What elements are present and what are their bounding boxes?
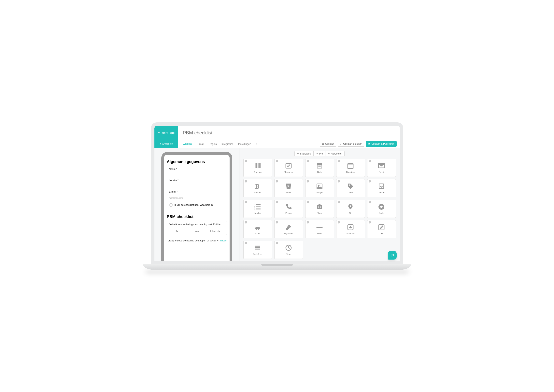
- info-icon[interactable]: i: [276, 201, 278, 203]
- tab-widgets[interactable]: Widgets: [183, 140, 192, 148]
- option-yes[interactable]: Ja: [167, 228, 187, 235]
- widget-number[interactable]: i123Number: [243, 200, 272, 218]
- tab-rules[interactable]: Regels: [209, 140, 217, 148]
- widget-label: Text: [379, 232, 384, 235]
- info-icon[interactable]: i: [276, 242, 278, 244]
- widget-time[interactable]: iTime: [274, 241, 303, 259]
- widget-subform[interactable]: iSubform: [336, 220, 365, 238]
- info-icon[interactable]: i: [307, 160, 309, 162]
- field-name[interactable]: Naam *: [167, 166, 227, 177]
- rdw-icon: [253, 224, 262, 231]
- save-publish-button[interactable]: Opslaan & Publiceren: [366, 141, 396, 147]
- info-icon[interactable]: i: [307, 201, 309, 203]
- info-icon[interactable]: i: [369, 180, 371, 182]
- svg-point-19: [380, 206, 383, 208]
- info-icon[interactable]: i: [307, 180, 309, 182]
- widget-header[interactable]: iBHeader: [243, 179, 272, 197]
- tab-settings[interactable]: Instellingen: [238, 140, 251, 148]
- info-icon[interactable]: i: [338, 180, 340, 182]
- signature-icon: [285, 224, 292, 231]
- widget-label: Pin: [349, 212, 352, 214]
- widget-email[interactable]: iEmail: [367, 159, 396, 177]
- chevron-left-icon[interactable]: ‹: [256, 140, 256, 148]
- widget-phone[interactable]: iPhone: [274, 200, 303, 218]
- info-icon[interactable]: i: [276, 180, 278, 182]
- widget-checkbox[interactable]: iCheckbox: [274, 159, 303, 177]
- info-icon[interactable]: i: [245, 221, 247, 224]
- widget-barcode[interactable]: iBarcode: [243, 159, 272, 177]
- save-close-label: Opslaan & Sluiten: [343, 142, 362, 145]
- widget-slider[interactable]: iSlider: [305, 220, 334, 238]
- info-icon[interactable]: i: [245, 160, 247, 162]
- widget-label[interactable]: iLabel: [336, 179, 365, 197]
- brand-logo[interactable]: more app: [154, 126, 178, 140]
- widget-textarea[interactable]: iText Area: [243, 241, 272, 259]
- widget-label: Checkbox: [284, 171, 293, 173]
- truth-checkbox-row[interactable]: Ik vul de checklist naar waarheid in: [167, 201, 227, 209]
- widget-image[interactable]: iImage: [305, 179, 334, 197]
- widget-label: Image: [317, 191, 323, 194]
- info-icon[interactable]: i: [338, 160, 340, 162]
- widget-text[interactable]: iText: [367, 220, 396, 238]
- widget-pin[interactable]: iPin: [336, 200, 365, 218]
- svg-rect-23: [255, 245, 260, 246]
- palette-tab-standard[interactable]: Standaard: [294, 151, 313, 156]
- widget-label: Text Area: [253, 253, 262, 255]
- info-icon[interactable]: i: [276, 160, 278, 162]
- widget-label: Time: [286, 253, 291, 255]
- option-na[interactable]: Ik ben hier …: [207, 228, 227, 235]
- info-icon[interactable]: i: [338, 221, 340, 224]
- palette-tab-favorites[interactable]: Favorieten: [325, 151, 345, 156]
- section-title-checklist: PBM checklist: [167, 214, 227, 219]
- svg-text:5: 5: [287, 185, 289, 188]
- chat-fab[interactable]: [388, 251, 397, 259]
- widget-label: Lookup: [378, 191, 385, 194]
- cancel-button[interactable]: Annuleren: [154, 140, 178, 148]
- info-icon[interactable]: i: [276, 221, 278, 224]
- chat-icon: [390, 253, 394, 257]
- widget-signature[interactable]: iSignature: [274, 220, 303, 238]
- save-close-button[interactable]: Opslaan & Sluiten: [338, 141, 364, 147]
- tab-email[interactable]: E-mail: [197, 140, 204, 148]
- palette-tab-pro[interactable]: Pro: [313, 151, 325, 156]
- info-icon[interactable]: i: [245, 201, 247, 203]
- info-icon[interactable]: i: [369, 221, 371, 224]
- info-icon[interactable]: i: [338, 201, 340, 203]
- brand-name: more app: [162, 131, 175, 134]
- info-icon[interactable]: i: [307, 221, 309, 224]
- svg-point-6: [318, 185, 319, 186]
- question-2: Draag je goed dempende oorkappen bij law…: [167, 237, 227, 242]
- svg-point-16: [319, 206, 320, 208]
- info-icon[interactable]: i: [369, 160, 371, 162]
- save-label: Opslaan: [325, 142, 334, 145]
- palette-tab-standard-label: Standaard: [300, 152, 311, 155]
- field-email[interactable]: E-mail * me@mail.com: [167, 189, 227, 201]
- option-no[interactable]: Nee: [187, 228, 207, 235]
- widget-lookup[interactable]: iLookup: [367, 179, 396, 197]
- svg-rect-12: [256, 204, 261, 205]
- widget-label: Photo: [317, 212, 322, 214]
- widget-datetime[interactable]: iDatetime: [336, 159, 365, 177]
- widget-label: Email: [379, 171, 384, 173]
- save-button[interactable]: Opslaan: [320, 141, 336, 147]
- info-icon[interactable]: i: [369, 201, 371, 203]
- widget-radio[interactable]: iRadio: [367, 200, 396, 218]
- info-icon[interactable]: i: [245, 180, 247, 182]
- textarea-icon: [254, 244, 261, 251]
- tab-integrations[interactable]: Integraties: [221, 140, 234, 148]
- clear-link[interactable]: Wisser: [220, 239, 227, 242]
- widget-date[interactable]: iDate: [305, 159, 334, 177]
- widget-rdw[interactable]: iRDW: [243, 220, 272, 238]
- info-icon[interactable]: i: [245, 242, 247, 244]
- question-1: Gebruik je ademhalingsbescherming met P2…: [167, 221, 227, 235]
- svg-text:B: B: [255, 183, 260, 190]
- field-location[interactable]: Locatie *: [167, 177, 227, 189]
- widget-photo[interactable]: iPhoto: [305, 200, 334, 218]
- leaf-icon: [316, 153, 318, 155]
- star-icon: [328, 153, 330, 155]
- widget-html[interactable]: i5Html: [274, 179, 303, 197]
- text-icon: [378, 224, 385, 231]
- save-publish-label: Opslaan & Publiceren: [371, 142, 394, 145]
- email-icon: [377, 162, 386, 169]
- photo-icon: [315, 203, 324, 210]
